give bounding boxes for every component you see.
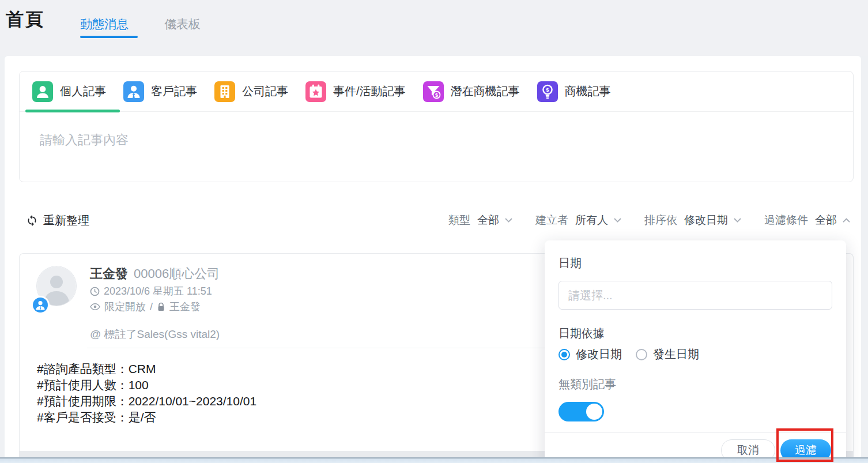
filter-conditions[interactable]: 過濾條件 全部 [764,213,850,228]
feed-owner: 王金發 [169,300,201,314]
note-input[interactable]: 請輸入記事內容 [40,131,129,149]
note-tab-company[interactable]: 公司記事 [214,81,288,102]
event-note-icon [305,81,326,102]
feed-company[interactable]: 00006順心公司 [134,265,220,283]
eye-icon [90,303,100,311]
opportunity-note-icon: $ [537,81,558,102]
note-tab-customer[interactable]: 客戶記事 [123,81,197,102]
feed-body-line: #預計使用期限：2022/10/01~2023/10/01 [37,393,256,409]
filter-label: 建立者 [535,213,568,228]
note-tab-event[interactable]: 事件/活動記事 [305,81,406,102]
date-basis-label: 日期依據 [558,326,605,341]
uncategorized-toggle[interactable] [558,402,604,421]
tab-activity-feed[interactable]: 動態消息 [80,16,129,32]
filter-value: 所有人 [575,213,608,228]
feed-mention: @ 標註了Sales(Gss vital2) [90,327,220,342]
feed-author[interactable]: 王金發 [90,265,128,283]
radio-label: 發生日期 [653,347,699,362]
chevron-up-icon [843,218,850,223]
lock-icon [157,302,165,312]
note-tab-label: 潛在商機記事 [451,84,520,99]
chevron-down-icon [505,218,512,223]
active-tab-underline [80,36,138,38]
filter-group-row: 類型 全部 建立者 所有人 排序依 修改日期 過濾條件 全部 [448,213,850,228]
feed-body: #諮詢產品類型：CRM #預計使用人數：100 #預計使用期限：2022/10/… [37,361,256,426]
feed-visibility: 限定開放 [104,300,146,314]
svg-text:$: $ [546,86,549,93]
feed-toolbar: 重新整理 類型 全部 建立者 所有人 排序依 修改日期 過濾條件 全部 [26,210,850,230]
filter-value: 修改日期 [684,213,728,228]
filter-label: 類型 [448,213,470,228]
note-tab-personal[interactable]: 個人記事 [32,81,106,102]
company-note-icon [214,81,235,102]
main-panel: 個人記事 客戶記事 公司記事 事件/活動記事 [5,56,861,463]
active-note-tab-underline [25,110,120,112]
personal-note-icon [32,81,53,102]
refresh-label: 重新整理 [43,213,89,228]
feed-body-line: #客戶是否接受：是/否 [37,409,256,426]
note-tab-lead[interactable]: $ 潛在商機記事 [423,81,520,102]
note-composer-card: 個人記事 客戶記事 公司記事 事件/活動記事 [19,71,854,182]
note-tab-label: 公司記事 [242,84,288,99]
date-select-input[interactable] [558,281,832,310]
feed-body-line: #預計使用人數：100 [37,377,256,393]
date-label: 日期 [558,255,582,271]
chevron-down-icon [734,218,741,223]
note-tab-opportunity[interactable]: $ 商機記事 [537,81,611,102]
filter-value: 全部 [815,213,837,228]
feed-timestamp-row: 2023/10/6 星期五 11:51 [90,284,212,298]
customer-badge-icon [33,298,48,313]
customer-note-icon [123,81,144,102]
filter-value: 全部 [477,213,499,228]
bottom-scrollbar-strip[interactable] [0,457,868,463]
feed-title-row: 王金發 00006順心公司 [90,265,220,283]
filter-creator[interactable]: 建立者 所有人 [535,213,621,228]
uncategorized-label: 無類別記事 [558,377,616,392]
clock-icon [90,287,100,296]
radio-selected-icon [558,349,570,360]
page-title: 首頁 [6,7,45,32]
filter-type[interactable]: 類型 全部 [448,213,512,228]
tab-dashboard[interactable]: 儀表板 [164,16,201,32]
top-header: 首頁 動態消息 儀表板 [0,0,868,56]
radio-modified-date[interactable]: 修改日期 [558,347,622,362]
note-tab-label: 個人記事 [60,84,106,99]
visibility-separator: / [150,301,153,313]
note-tab-label: 客戶記事 [151,84,197,99]
filter-conditions-panel: 日期 日期依據 修改日期 發生日期 無類別記事 取消 過濾 [545,240,846,463]
note-tab-label: 商機記事 [565,84,611,99]
lead-note-icon: $ [423,81,444,102]
date-basis-radio-group: 修改日期 發生日期 [558,347,699,362]
refresh-icon [26,214,38,227]
note-tab-label: 事件/活動記事 [333,84,406,99]
filter-label: 過濾條件 [764,213,808,228]
toggle-knob [586,404,602,420]
refresh-button[interactable]: 重新整理 [26,213,89,228]
filter-label: 排序依 [644,213,677,228]
feed-visibility-row: 限定開放 / 王金發 [90,300,201,314]
svg-text:$: $ [435,92,438,97]
feed-body-line: #諮詢產品類型：CRM [37,361,256,377]
feed-timestamp: 2023/10/6 星期五 11:51 [104,284,212,298]
filter-sort[interactable]: 排序依 修改日期 [644,213,741,228]
chevron-down-icon [614,218,621,223]
radio-unselected-icon [636,349,647,360]
radio-label: 修改日期 [576,347,622,362]
note-type-tab-row: 個人記事 客戶記事 公司記事 事件/活動記事 [20,71,853,112]
radio-occurrence-date[interactable]: 發生日期 [636,347,699,362]
